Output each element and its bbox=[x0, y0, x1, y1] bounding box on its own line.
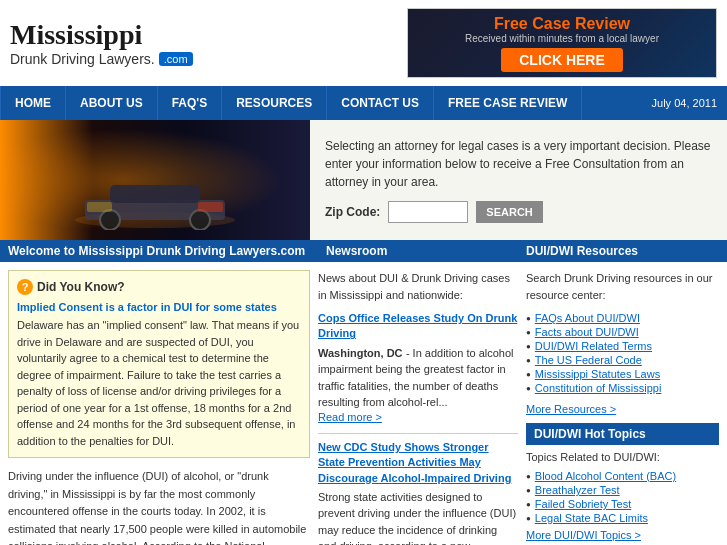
news-item-1: Cops Office Releases Study On Drunk Driv… bbox=[318, 311, 518, 423]
dyk-title: ? Did You Know? bbox=[17, 279, 301, 295]
zip-label: Zip Code: bbox=[325, 205, 380, 219]
hot-item-1: Blood Alcohol Content (BAC) bbox=[526, 469, 719, 483]
zip-input[interactable] bbox=[388, 201, 468, 223]
header: Mississippi Drunk Driving Lawyers. .com … bbox=[0, 0, 727, 86]
welcome-col3: DUI/DWI Resources bbox=[518, 244, 719, 258]
dyk-subtitle: Implied Consent is a factor in DUI for s… bbox=[17, 301, 301, 313]
news-title-2[interactable]: New CDC Study Shows Stronger State Preve… bbox=[318, 440, 518, 486]
resource-link-4[interactable]: The US Federal Code bbox=[535, 354, 642, 366]
news-title-1[interactable]: Cops Office Releases Study On Drunk Driv… bbox=[318, 311, 518, 342]
resource-item-3: DUI/DWI Related Terms bbox=[526, 339, 719, 353]
welcome-col2: Newsroom bbox=[318, 244, 518, 258]
hot-item-2: Breathalyzer Test bbox=[526, 483, 719, 497]
hot-link-2[interactable]: Breathalyzer Test bbox=[535, 484, 620, 496]
svg-rect-5 bbox=[87, 202, 112, 212]
left-body-text: Driving under the influence (DUI) of alc… bbox=[8, 468, 310, 545]
resource-item-1: FAQs About DUI/DWI bbox=[526, 311, 719, 325]
hot-topics-bar: DUI/DWI Hot Topics bbox=[526, 423, 719, 445]
nav-contact[interactable]: CONTACT US bbox=[327, 86, 434, 120]
did-you-know-box: ? Did You Know? Implied Consent is a fac… bbox=[8, 270, 310, 458]
resource-item-5: Mississippi Statutes Laws bbox=[526, 367, 719, 381]
newsroom-description: News about DUI & Drunk Driving cases in … bbox=[318, 270, 518, 303]
news-dateline-1: Washington, DC bbox=[318, 347, 403, 359]
ad-headline: Free Case Review bbox=[494, 15, 630, 33]
welcome-col1: Welcome to Mississippi Drunk Driving Law… bbox=[8, 244, 318, 258]
hot-item-4: Legal State BAC Limits bbox=[526, 511, 719, 525]
hot-link-3[interactable]: Failed Sobriety Test bbox=[535, 498, 631, 510]
navigation: HOME ABOUT US FAQ'S RESOURCES CONTACT US… bbox=[0, 86, 727, 120]
ad-cta-button[interactable]: CLICK HERE bbox=[501, 48, 623, 72]
news-item-2: New CDC Study Shows Stronger State Preve… bbox=[318, 440, 518, 545]
resource-item-2: Facts about DUI/DWI bbox=[526, 325, 719, 339]
resource-list: FAQs About DUI/DWI Facts about DUI/DWI D… bbox=[526, 311, 719, 395]
hero-description: Selecting an attorney for legal cases is… bbox=[325, 137, 712, 191]
right-description: Search Drunk Driving resources in our re… bbox=[526, 270, 719, 303]
resource-item-4: The US Federal Code bbox=[526, 353, 719, 367]
dyk-body: Delaware has an "implied consent" law. T… bbox=[17, 317, 301, 449]
nav-resources[interactable]: RESOURCES bbox=[222, 86, 327, 120]
hero-section: Selecting an attorney for legal cases is… bbox=[0, 120, 727, 240]
resource-link-5[interactable]: Mississippi Statutes Laws bbox=[535, 368, 660, 380]
ad-banner[interactable]: Free Case Review Received within minutes… bbox=[407, 8, 717, 78]
nav-date: July 04, 2011 bbox=[652, 97, 727, 109]
hot-link-4[interactable]: Legal State BAC Limits bbox=[535, 512, 648, 524]
hot-item-3: Failed Sobriety Test bbox=[526, 497, 719, 511]
logo-area: Mississippi Drunk Driving Lawyers. .com bbox=[10, 19, 193, 67]
hero-image bbox=[0, 120, 310, 240]
svg-rect-2 bbox=[110, 185, 200, 203]
logo-text: Drunk Driving Lawyers. bbox=[10, 51, 155, 67]
welcome-bar: Welcome to Mississippi Drunk Driving Law… bbox=[0, 240, 727, 262]
ad-subtext: Received within minutes from a local law… bbox=[465, 33, 659, 44]
hero-text-area: Selecting an attorney for legal cases is… bbox=[310, 120, 727, 240]
site-logo-title: Mississippi bbox=[10, 19, 193, 51]
svg-point-3 bbox=[100, 210, 120, 230]
right-column: Search Drunk Driving resources in our re… bbox=[526, 270, 719, 545]
svg-point-4 bbox=[190, 210, 210, 230]
zip-row: Zip Code: SEARCH bbox=[325, 201, 712, 223]
resource-link-1[interactable]: FAQs About DUI/DWI bbox=[535, 312, 640, 324]
nav-about[interactable]: ABOUT US bbox=[66, 86, 158, 120]
nav-home[interactable]: HOME bbox=[0, 86, 66, 120]
car-silhouette bbox=[65, 170, 245, 230]
more-hot-topics-link[interactable]: More DUI/DWI Topics > bbox=[526, 529, 719, 541]
center-column: News about DUI & Drunk Driving cases in … bbox=[318, 270, 518, 545]
resource-link-6[interactable]: Constitution of Mississippi bbox=[535, 382, 662, 394]
search-button[interactable]: SEARCH bbox=[476, 201, 542, 223]
resource-item-6: Constitution of Mississippi bbox=[526, 381, 719, 395]
main-content: ? Did You Know? Implied Consent is a fac… bbox=[0, 262, 727, 545]
left-column: ? Did You Know? Implied Consent is a fac… bbox=[8, 270, 310, 545]
logo-com-badge: .com bbox=[159, 52, 193, 66]
news-divider bbox=[318, 433, 518, 434]
read-more-1[interactable]: Read more > bbox=[318, 411, 518, 423]
more-resources-link[interactable]: More Resources > bbox=[526, 403, 719, 415]
nav-faq[interactable]: FAQ'S bbox=[158, 86, 223, 120]
hot-topics-list: Blood Alcohol Content (BAC) Breathalyzer… bbox=[526, 469, 719, 525]
hot-topics-description: Topics Related to DUI/DWI: bbox=[526, 451, 719, 463]
hot-link-1[interactable]: Blood Alcohol Content (BAC) bbox=[535, 470, 676, 482]
resource-link-2[interactable]: Facts about DUI/DWI bbox=[535, 326, 639, 338]
site-logo-subtitle: Drunk Driving Lawyers. .com bbox=[10, 51, 193, 67]
dyk-icon: ? bbox=[17, 279, 33, 295]
svg-rect-6 bbox=[198, 202, 223, 212]
news-body-2: Strong state activities designed to prev… bbox=[318, 491, 516, 545]
nav-free-case[interactable]: FREE CASE REVIEW bbox=[434, 86, 582, 120]
resource-link-3[interactable]: DUI/DWI Related Terms bbox=[535, 340, 652, 352]
